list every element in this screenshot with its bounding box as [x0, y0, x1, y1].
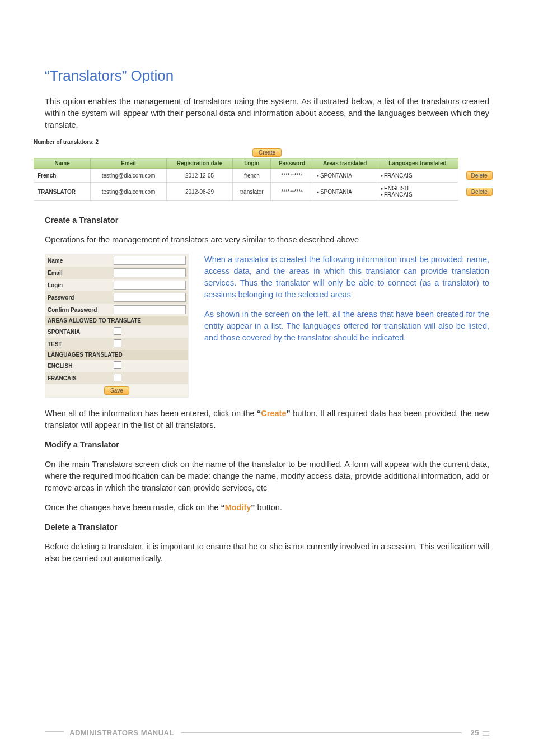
- col-email: Email: [91, 158, 167, 169]
- cell-langs: FRANCAIS: [377, 169, 458, 183]
- side-text-1: When a translator is created the followi…: [204, 254, 489, 301]
- col-langs: Languages translated: [377, 158, 458, 169]
- side-text-2: As shown in the screen on the left, all …: [204, 309, 489, 344]
- create-button[interactable]: Create: [252, 148, 282, 157]
- col-password: Password: [271, 158, 313, 169]
- modify-heading: Modify a Translator: [45, 439, 489, 451]
- translators-table: Name Email Registration date Login Passw…: [34, 158, 500, 201]
- label-password: Password: [45, 295, 114, 301]
- page-footer: ADMINISTRATORS MANUAL 25: [45, 729, 489, 737]
- modify-click: Once the changes have been made, click o…: [45, 502, 489, 514]
- name-field[interactable]: [114, 256, 186, 265]
- translators-list-screenshot: Number of translators: 2 Create Name Ema…: [34, 139, 500, 201]
- footer-label: ADMINISTRATORS MANUAL: [69, 729, 174, 737]
- cell-email: testing@dialcom.com: [91, 183, 167, 201]
- col-name: Name: [34, 158, 91, 169]
- areas-header: AREAS ALLOWED TO TRANSLATE: [45, 316, 188, 325]
- label-login: Login: [45, 282, 114, 288]
- confirm-password-field[interactable]: [114, 305, 186, 314]
- page-number: 25: [471, 729, 479, 737]
- cell-areas: SPONTANIA: [313, 183, 377, 201]
- delete-button[interactable]: Delete: [466, 171, 493, 180]
- label-confirm: Confirm Password: [45, 307, 114, 313]
- delete-body: Before deleting a translator, it is impo…: [45, 541, 489, 564]
- lang-francais-checkbox[interactable]: [114, 374, 121, 381]
- modify-body: On the main Translators screen click on …: [45, 459, 489, 494]
- cell-date: 2012-12-05: [166, 169, 232, 183]
- create-translator-form: Name Email Login Password Confirm Passwo…: [45, 254, 189, 398]
- cell-langs: ENGLISHFRANCAIS: [377, 183, 458, 201]
- col-areas: Areas translated: [313, 158, 377, 169]
- languages-header: LANGUAGES TRANSLATED: [45, 350, 188, 360]
- page-title: “Translators” Option: [45, 67, 489, 85]
- after-form-paragraph: When all of the information has been ent…: [45, 408, 489, 431]
- cell-login: french: [233, 169, 271, 183]
- cell-password: **********: [271, 169, 313, 183]
- col-regdate: Registration date: [166, 158, 232, 169]
- cell-name[interactable]: French: [34, 169, 91, 183]
- area-spontania-checkbox[interactable]: [114, 327, 121, 335]
- password-field[interactable]: [114, 293, 186, 302]
- intro-paragraph: This option enables the management of tr…: [45, 96, 489, 131]
- area-test-label: TEST: [45, 341, 114, 347]
- email-field[interactable]: [114, 268, 186, 277]
- label-email: Email: [45, 270, 114, 276]
- col-login: Login: [233, 158, 271, 169]
- create-intro: Operations for the management of transla…: [45, 234, 489, 246]
- lang-english-checkbox[interactable]: [114, 361, 121, 369]
- cell-password: **********: [271, 183, 313, 201]
- area-spontania-label: SPONTANIA: [45, 329, 114, 335]
- create-heading: Create a Translator: [45, 214, 489, 226]
- cell-name[interactable]: TRANSLATOR: [34, 183, 91, 201]
- table-row: French testing@dialcom.com 2012-12-05 fr…: [34, 169, 500, 183]
- cell-date: 2012-08-29: [166, 183, 232, 201]
- cell-login: translator: [233, 183, 271, 201]
- cell-areas: SPONTANIA: [313, 169, 377, 183]
- delete-button[interactable]: Delete: [466, 188, 493, 196]
- login-field[interactable]: [114, 281, 186, 290]
- label-name: Name: [45, 258, 114, 264]
- table-row: TRANSLATOR testing@dialcom.com 2012-08-2…: [34, 183, 500, 201]
- cell-email: testing@dialcom.com: [91, 169, 167, 183]
- lang-francais-label: FRANCAIS: [45, 375, 114, 381]
- area-test-checkbox[interactable]: [114, 339, 121, 347]
- translator-count: Number of translators: 2: [34, 139, 500, 145]
- save-button[interactable]: Save: [104, 386, 129, 395]
- delete-heading: Delete a Translator: [45, 521, 489, 533]
- lang-english-label: ENGLISH: [45, 363, 114, 369]
- col-actions: [458, 158, 500, 169]
